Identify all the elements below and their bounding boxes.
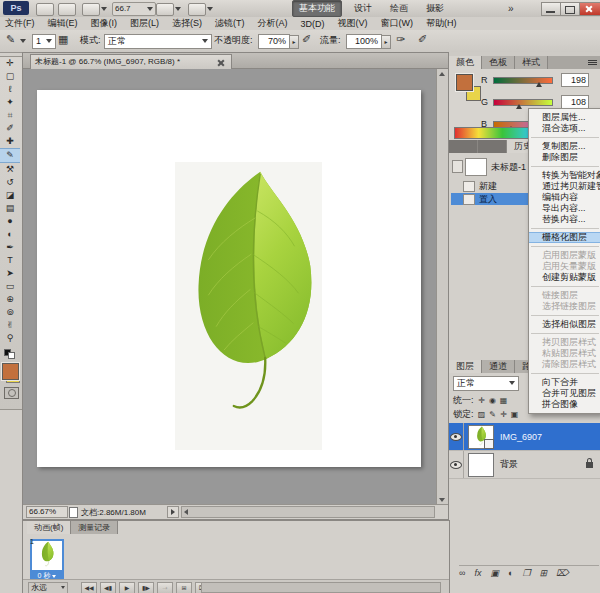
context-menu-item[interactable]: 选择相似图层 xyxy=(529,319,600,330)
menubar-item[interactable]: 3D(D) xyxy=(301,19,325,29)
g-slider[interactable] xyxy=(493,99,553,106)
add-mask-icon[interactable]: ▣ xyxy=(490,568,499,584)
3d-rotate-tool[interactable]: ⊕ xyxy=(0,293,20,306)
mode-select[interactable]: 正常 xyxy=(104,34,212,49)
context-menu-item[interactable]: 合并可见图层 xyxy=(529,388,600,399)
menubar-item[interactable]: 帮助(H) xyxy=(426,17,457,30)
tablet-opacity-icon[interactable]: ✐ xyxy=(302,33,311,46)
tab-channels[interactable]: 通道 xyxy=(482,360,515,373)
minimize-button[interactable] xyxy=(541,2,561,16)
menubar-item[interactable]: 视图(V) xyxy=(338,17,368,30)
animation-frame[interactable]: 1 0 秒 xyxy=(29,538,63,580)
context-menu-item[interactable]: 栅格化图层 xyxy=(529,232,600,243)
context-menu-item[interactable]: 通过拷贝新建智能对象 xyxy=(529,181,600,192)
horizontal-scrollbar[interactable] xyxy=(181,506,435,518)
opacity-spinner[interactable]: ▸ xyxy=(289,35,299,49)
r-slider[interactable] xyxy=(493,77,553,84)
current-tool-icon[interactable]: ✎ xyxy=(6,33,15,46)
menubar-item[interactable]: 滤镜(T) xyxy=(215,17,245,30)
eyedropper-tool[interactable]: ✐ xyxy=(0,122,20,135)
workspace-button[interactable]: 摄影 xyxy=(420,1,450,16)
menubar-item[interactable]: 文件(F) xyxy=(5,17,35,30)
status-options-button[interactable] xyxy=(167,506,179,518)
tab-color[interactable]: 颜色 xyxy=(449,56,482,69)
tab-masks[interactable] xyxy=(478,140,507,153)
menubar-item[interactable]: 图层(L) xyxy=(130,17,159,30)
tab-measurement-log[interactable]: 测量记录 xyxy=(71,521,118,534)
link-layers-icon[interactable]: ∞ xyxy=(459,568,465,584)
zoom-tool[interactable]: ⚲ xyxy=(0,332,20,345)
context-menu-item[interactable]: 向下合并 xyxy=(529,377,600,388)
canvas-page[interactable] xyxy=(37,90,421,467)
canvas-viewport[interactable] xyxy=(23,69,437,505)
type-tool[interactable]: T xyxy=(0,254,20,267)
slider-thumb[interactable] xyxy=(536,82,542,87)
menubar-item[interactable]: 图像(I) xyxy=(91,17,118,30)
blur-tool[interactable]: ● xyxy=(0,215,20,228)
context-menu-item[interactable]: 图层属性... xyxy=(529,112,600,123)
path-selection-tool[interactable]: ➤ xyxy=(0,267,20,280)
crop-tool[interactable]: ⌗ xyxy=(0,109,20,122)
lock-all-icon[interactable]: ▣ xyxy=(509,410,520,419)
slider-thumb[interactable] xyxy=(516,104,522,109)
tablet-size-icon[interactable]: ✐ xyxy=(418,33,427,46)
restore-button[interactable] xyxy=(560,2,580,16)
channel-value-field[interactable]: 108 xyxy=(561,95,589,109)
animation-scrollbar[interactable] xyxy=(201,582,441,593)
pen-tool[interactable]: ✒ xyxy=(0,241,20,254)
document-tab[interactable]: 未标题-1 @ 66.7% (IMG_6907, RGB/8) * xyxy=(30,54,232,69)
eraser-tool[interactable]: ◪ xyxy=(0,189,20,202)
context-menu-item[interactable]: 导出内容... xyxy=(529,203,600,214)
launch-bridge-icon[interactable] xyxy=(36,3,54,16)
brush-tool[interactable]: ✎ xyxy=(0,148,20,163)
unify-position-icon[interactable]: ✛ xyxy=(476,396,487,405)
healing-brush-tool[interactable]: ✚ xyxy=(0,135,20,148)
scroll-up-icon[interactable] xyxy=(439,72,445,76)
lock-transparency-icon[interactable]: ▨ xyxy=(476,410,487,419)
context-menu-item[interactable]: 删除图层 xyxy=(529,152,600,163)
visibility-toggle[interactable] xyxy=(449,451,464,478)
foreground-color-swatch[interactable] xyxy=(2,363,19,380)
context-menu-item[interactable]: 编辑内容 xyxy=(529,192,600,203)
play-button[interactable]: ▶ xyxy=(119,582,135,593)
next-frame-button[interactable]: ▮▶ xyxy=(138,582,154,593)
previous-frame-button[interactable]: ◀▮ xyxy=(100,582,116,593)
workspace-button[interactable]: 绘画 xyxy=(384,1,414,16)
context-menu-item[interactable]: 转换为智能对象 xyxy=(529,170,600,181)
context-menu-item[interactable]: 拼合图像 xyxy=(529,399,600,410)
flow-spinner[interactable]: ▸ xyxy=(381,35,391,49)
context-menu-item[interactable]: 复制图层... xyxy=(529,141,600,152)
history-brush-source-icon[interactable] xyxy=(452,160,463,173)
hand-tool[interactable]: ✌ xyxy=(0,319,20,332)
workspace-button[interactable]: 基本功能 xyxy=(292,0,342,17)
panel-menu-icon[interactable] xyxy=(588,60,597,61)
tab-close-icon[interactable] xyxy=(217,59,224,66)
close-button[interactable] xyxy=(579,2,600,16)
view-extras-icon[interactable] xyxy=(82,3,100,16)
unify-visibility-icon[interactable]: ◉ xyxy=(487,396,498,405)
menubar-item[interactable]: 编辑(E) xyxy=(48,17,78,30)
tab-layers[interactable]: 图层 xyxy=(449,360,482,373)
new-layer-icon[interactable]: ⊞ xyxy=(539,568,547,584)
scroll-left-icon[interactable] xyxy=(184,509,188,515)
gradient-tool[interactable]: ▤ xyxy=(0,202,20,215)
toggle-brush-panel-icon[interactable]: ▦ xyxy=(58,33,68,46)
adjustment-layer-icon[interactable]: ◐ xyxy=(508,568,513,584)
lock-image-icon[interactable]: ✎ xyxy=(487,410,498,419)
lasso-tool[interactable]: ℓ xyxy=(0,83,20,96)
layer-row[interactable]: IMG_6907 xyxy=(449,423,600,451)
lock-position-icon[interactable]: ✛ xyxy=(498,410,509,419)
frame-thumbnail[interactable] xyxy=(30,539,64,572)
tab-adjustments[interactable] xyxy=(449,140,478,153)
flow-field[interactable]: 100% xyxy=(346,34,382,49)
brush-preset-picker[interactable]: 1 xyxy=(32,34,56,49)
quick-selection-tool[interactable]: ✦ xyxy=(0,96,20,109)
clone-stamp-tool[interactable]: ⚒ xyxy=(0,163,20,176)
3d-orbit-tool[interactable]: ⊚ xyxy=(0,306,20,319)
default-colors-icon[interactable] xyxy=(4,349,14,358)
shape-tool[interactable]: ▭ xyxy=(0,280,20,293)
tab-swatches[interactable]: 色板 xyxy=(482,56,515,69)
vertical-scrollbar[interactable] xyxy=(436,69,448,505)
layer-style-icon[interactable]: fx xyxy=(474,568,481,584)
channel-value-field[interactable]: 198 xyxy=(561,73,589,87)
